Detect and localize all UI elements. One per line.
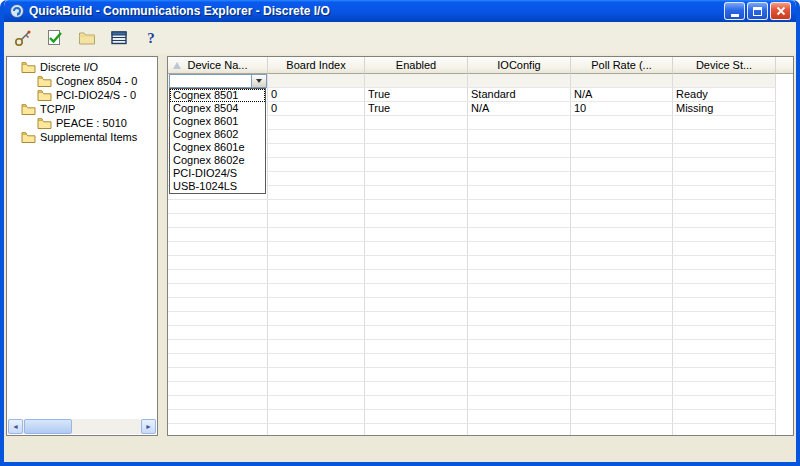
grid-cell	[268, 396, 365, 409]
validate-button[interactable]	[43, 26, 67, 50]
grid-cell	[673, 270, 776, 283]
grid-cell	[673, 340, 776, 353]
column-header-label: Board Index	[286, 59, 345, 71]
grid-cell	[468, 382, 571, 395]
app-icon	[9, 3, 25, 19]
grid-empty-row	[168, 424, 776, 436]
grid-cell[interactable]: 0	[268, 88, 365, 101]
grid-cell	[268, 158, 365, 171]
grid-cell	[673, 284, 776, 297]
grid-cell	[365, 354, 468, 367]
grid-empty-row	[168, 214, 776, 228]
grid-cell	[571, 410, 673, 423]
column-header[interactable]: Device Na...	[168, 57, 268, 74]
help-button[interactable]: ?	[139, 26, 163, 50]
grid-cell	[268, 354, 365, 367]
dropdown-option[interactable]: USB-1024LS	[170, 180, 265, 193]
grid-cell	[365, 130, 468, 143]
dropdown-option[interactable]: Cognex 8601e	[170, 141, 265, 154]
column-header[interactable]: Poll Rate (...	[571, 57, 673, 74]
column-header[interactable]: Enabled	[365, 57, 468, 74]
grid-cell	[268, 424, 365, 436]
tree-item-label: Discrete I/O	[40, 61, 98, 73]
grid-empty-row	[168, 284, 776, 298]
grid-cell[interactable]: N/A	[468, 102, 571, 115]
grid-cell	[365, 214, 468, 227]
grid-cell[interactable]: 10	[571, 102, 673, 115]
grid-cell[interactable]	[468, 74, 571, 87]
grid-cell	[268, 382, 365, 395]
grid-cell	[268, 368, 365, 381]
grid-cell	[365, 298, 468, 311]
scroll-left-button[interactable]: ◄	[8, 419, 23, 434]
panel-splitter[interactable]	[161, 56, 164, 436]
grid-cell	[673, 354, 776, 367]
grid-cell[interactable]: Missing	[673, 102, 776, 115]
tree-item[interactable]: Cognex 8504 - 0	[7, 74, 157, 88]
dropdown-option[interactable]: Cognex 8501	[170, 89, 265, 102]
grid-empty-row	[168, 340, 776, 354]
grid-cell	[168, 242, 268, 255]
tree-item[interactable]: PEACE : 5010	[7, 116, 157, 130]
grid-cell	[468, 424, 571, 436]
grid-cell[interactable]	[268, 74, 365, 87]
grid-cell[interactable]	[365, 74, 468, 87]
grid-cell[interactable]: True	[365, 88, 468, 101]
tree-item[interactable]: TCP/IP	[7, 102, 157, 116]
grid-cell[interactable]: Standard	[468, 88, 571, 101]
grid-cell	[673, 382, 776, 395]
maximize-button[interactable]	[747, 2, 768, 20]
dropdown-option[interactable]: Cognex 8504	[170, 102, 265, 115]
dropdown-option[interactable]: Cognex 8602e	[170, 154, 265, 167]
open-folder-button[interactable]	[75, 26, 99, 50]
grid-cell[interactable]: 0	[268, 102, 365, 115]
grid-cell	[268, 410, 365, 423]
grid-cell	[673, 130, 776, 143]
titlebar[interactable]: QuickBuild - Communications Explorer - D…	[4, 0, 796, 22]
dropdown-option[interactable]: Cognex 8601	[170, 115, 265, 128]
dropdown-option[interactable]: PCI-DIO24/S	[170, 167, 265, 180]
tree-item[interactable]: Supplemental Items	[7, 130, 157, 144]
dropdown-option[interactable]: Cognex 8602	[170, 128, 265, 141]
tree-item[interactable]: PCI-DIO24/S - 0	[7, 88, 157, 102]
grid-cell[interactable]: True	[365, 102, 468, 115]
minimize-button[interactable]	[724, 2, 745, 20]
window-controls	[724, 2, 791, 20]
grid-cell	[365, 410, 468, 423]
tree-item[interactable]: Discrete I/O	[7, 60, 157, 74]
grid-cell	[571, 396, 673, 409]
grid-cell[interactable]: Ready	[673, 88, 776, 101]
grid-cell[interactable]	[673, 74, 776, 87]
wizard-button[interactable]	[11, 26, 35, 50]
grid-cell	[673, 158, 776, 171]
scroll-thumb[interactable]	[24, 419, 72, 434]
grid-cell	[673, 228, 776, 241]
grid-cell	[268, 242, 365, 255]
grid-cell	[268, 116, 365, 129]
column-header[interactable]: Board Index	[268, 57, 365, 74]
tree-item-label: PEACE : 5010	[56, 117, 127, 129]
grid-cell	[673, 424, 776, 436]
grid-cell	[268, 200, 365, 213]
grid-cell	[468, 228, 571, 241]
grid-empty-row	[168, 312, 776, 326]
combobox-dropdown-button[interactable]	[251, 75, 266, 87]
close-button[interactable]	[770, 2, 791, 20]
tree-horizontal-scrollbar[interactable]: ◄ ►	[8, 419, 156, 434]
grid-cell	[365, 242, 468, 255]
scroll-track[interactable]	[24, 419, 140, 434]
grid-cell	[571, 242, 673, 255]
grid-cell	[673, 116, 776, 129]
column-header[interactable]: Device St...	[673, 57, 776, 74]
grid-cell	[571, 340, 673, 353]
device-name-combobox[interactable]	[169, 74, 267, 88]
grid-cell[interactable]	[571, 74, 673, 87]
grid-cell[interactable]: N/A	[571, 88, 673, 101]
grid-cell	[571, 368, 673, 381]
column-header[interactable]: IOConfig	[468, 57, 571, 74]
grid-cell	[168, 214, 268, 227]
scroll-right-button[interactable]: ►	[141, 419, 156, 434]
grid-cell	[468, 172, 571, 185]
grid-empty-row	[168, 410, 776, 424]
device-list-button[interactable]	[107, 26, 131, 50]
